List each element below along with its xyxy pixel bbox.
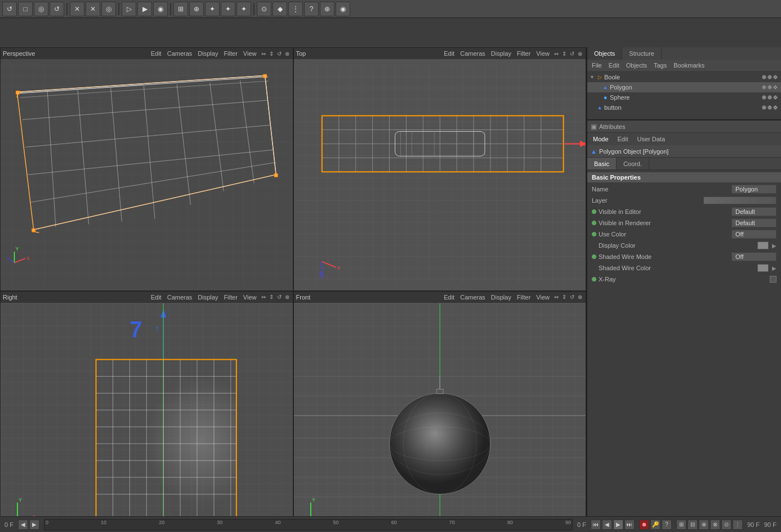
btn-goto-end[interactable]: ⏭ [624, 520, 635, 530]
vp-t-display[interactable]: Display [489, 50, 514, 57]
toolbar-rotate-btn[interactable]: ↺ [50, 2, 64, 16]
tree-item-button[interactable]: ▲ button [587, 102, 781, 113]
btn-layout2[interactable]: ⊟ [688, 520, 698, 530]
vp-f-cameras[interactable]: Cameras [458, 294, 488, 301]
btn-layout1[interactable]: ⊞ [676, 520, 686, 530]
prop-value-use-color[interactable]: Off [731, 230, 776, 239]
om-file[interactable]: File [590, 62, 604, 69]
vp-r-cameras[interactable]: Cameras [165, 294, 195, 301]
vp-r-icon2[interactable]: ⇕ [268, 294, 275, 300]
toolbar-scale-btn[interactable]: ◎ [34, 2, 48, 16]
tree-item-boole[interactable]: ▼ ▷ Boole [587, 72, 781, 82]
vp-r-filter[interactable]: Filter [221, 294, 239, 301]
vp-r-icon3[interactable]: ↺ [276, 294, 283, 300]
toolbar-move-btn[interactable]: ↺ [2, 2, 17, 16]
prop-wire-color-swatch[interactable] [757, 264, 769, 272]
vp-f-icon1[interactable]: ⇔ [553, 294, 560, 300]
toolbar-undo-btn[interactable]: ✕ [70, 2, 84, 16]
btn-key[interactable]: 🔑 [650, 520, 660, 530]
vp-r-icon1[interactable]: ⇔ [260, 294, 267, 300]
vp-t-icon1[interactable]: ⇔ [553, 51, 560, 57]
vp-p-filter[interactable]: Filter [221, 50, 239, 57]
om-edit[interactable]: Edit [606, 62, 622, 69]
toolbar-more-btn[interactable]: ⋮ [288, 2, 303, 16]
vp-r-edit[interactable]: Edit [149, 294, 164, 301]
tree-expand-boole[interactable]: ▼ [590, 74, 595, 80]
om-tags[interactable]: Tags [651, 62, 669, 69]
vp-p-icon3[interactable]: ↺ [276, 51, 283, 57]
btn-goto-start[interactable]: ⏮ [591, 520, 601, 530]
vp-t-icon4[interactable]: ⊗ [577, 51, 583, 57]
prop-display-color-swatch[interactable] [757, 242, 769, 249]
toolbar-star2-btn[interactable]: ✦ [221, 2, 235, 16]
toolbar-star-btn[interactable]: ✦ [205, 2, 220, 16]
toolbar-redo-btn[interactable]: ✕ [86, 2, 100, 16]
tree-item-sphere[interactable]: ● Sphere [587, 92, 781, 102]
vp-p-icon2[interactable]: ⇕ [268, 51, 275, 57]
vp-r-view[interactable]: View [241, 294, 259, 301]
toolbar-diamond-btn[interactable]: ◆ [273, 2, 287, 16]
btn-layout4[interactable]: ⊗ [710, 520, 720, 530]
btn-layout6[interactable]: ⋮ [733, 520, 743, 530]
toolbar-add2-btn[interactable]: ⊕ [320, 2, 334, 16]
prop-value-shaded-wire[interactable]: Off [731, 252, 776, 261]
attr-tab-edit[interactable]: Edit [614, 136, 632, 142]
tab-structure[interactable]: Structure [622, 47, 662, 60]
btn-record[interactable]: ⏺ [639, 520, 649, 530]
vp-f-edit[interactable]: Edit [441, 294, 457, 301]
btn-layout5[interactable]: ⊙ [721, 520, 731, 530]
prop-value-layer[interactable] [703, 196, 776, 204]
toolbar-grid-btn[interactable]: ⊞ [173, 2, 188, 16]
vp-p-icon4[interactable]: ⊗ [284, 51, 291, 57]
tab-objects[interactable]: Objects [587, 47, 622, 60]
vp-p-icon1[interactable]: ⇔ [260, 51, 267, 57]
om-objects[interactable]: Objects [624, 62, 649, 69]
vp-p-display[interactable]: Display [195, 50, 220, 57]
attr-tab-mode[interactable]: Mode [590, 136, 612, 142]
prop-value-xray[interactable] [770, 276, 776, 283]
btn-prev-frame[interactable]: ◀ [602, 520, 612, 530]
timeline-bar[interactable]: 0 10 20 30 40 50 60 70 80 90 [44, 519, 573, 530]
om-bookmarks[interactable]: Bookmarks [671, 62, 707, 69]
vp-f-icon2[interactable]: ⇕ [561, 294, 568, 300]
btn-timeline-left[interactable]: ◀ [18, 520, 28, 530]
vp-f-view[interactable]: View [534, 294, 552, 301]
toolbar-play-btn[interactable]: ▷ [122, 2, 136, 16]
toolbar-circle-btn[interactable]: ⊙ [257, 2, 271, 16]
prop-display-color-arrow[interactable]: ▶ [772, 243, 776, 249]
vp-t-filter[interactable]: Filter [515, 50, 533, 57]
vp-f-icon4[interactable]: ⊗ [577, 294, 583, 300]
vp-r-icon4[interactable]: ⊗ [284, 294, 291, 300]
prop-value-visible-renderer[interactable]: Default [731, 218, 776, 227]
toolbar-add-btn[interactable]: ⊕ [189, 2, 204, 16]
panel-tab-coord[interactable]: Coord. [617, 158, 649, 169]
vp-f-filter[interactable]: Filter [515, 294, 533, 301]
btn-timeline-right[interactable]: ▶ [29, 520, 39, 530]
prop-value-name[interactable]: Polygon [731, 185, 776, 194]
vp-f-icon3[interactable]: ↺ [569, 294, 575, 300]
prop-wire-color-arrow[interactable]: ▶ [772, 265, 776, 271]
vp-t-edit[interactable]: Edit [441, 50, 457, 57]
viewport-perspective[interactable]: Perspective Edit Cameras Display Filter … [0, 47, 293, 291]
toolbar-help-btn[interactable]: ? [304, 2, 319, 16]
toolbar-select-btn[interactable]: □ [18, 2, 33, 16]
vp-p-edit[interactable]: Edit [149, 50, 164, 57]
vp-t-icon3[interactable]: ↺ [569, 51, 575, 57]
vp-t-cameras[interactable]: Cameras [458, 50, 488, 57]
toolbar-snap-btn[interactable]: ◉ [153, 2, 168, 16]
tree-item-polygon[interactable]: ▲ Polygon [587, 82, 781, 92]
btn-layout3[interactable]: ⊕ [699, 520, 709, 530]
toolbar-live-btn[interactable]: ◎ [101, 2, 116, 16]
btn-play[interactable]: ▶ [613, 520, 623, 530]
vp-p-view[interactable]: View [241, 50, 259, 57]
toolbar-star3-btn[interactable]: ✦ [236, 2, 251, 16]
viewport-top[interactable]: Top Edit Cameras Display Filter View ⇔ ⇕… [293, 47, 587, 291]
panel-tab-basic[interactable]: Basic [587, 158, 617, 169]
viewport-front[interactable]: Front Edit Cameras Display Filter View ⇔… [293, 291, 587, 533]
vp-r-display[interactable]: Display [195, 294, 220, 301]
vp-t-view[interactable]: View [534, 50, 552, 57]
attr-tab-userdata[interactable]: User Data [634, 136, 669, 142]
vp-p-cameras[interactable]: Cameras [165, 50, 195, 57]
viewport-right[interactable]: Right Edit Cameras Display Filter View ⇔… [0, 291, 293, 533]
btn-help[interactable]: ? [662, 520, 672, 530]
